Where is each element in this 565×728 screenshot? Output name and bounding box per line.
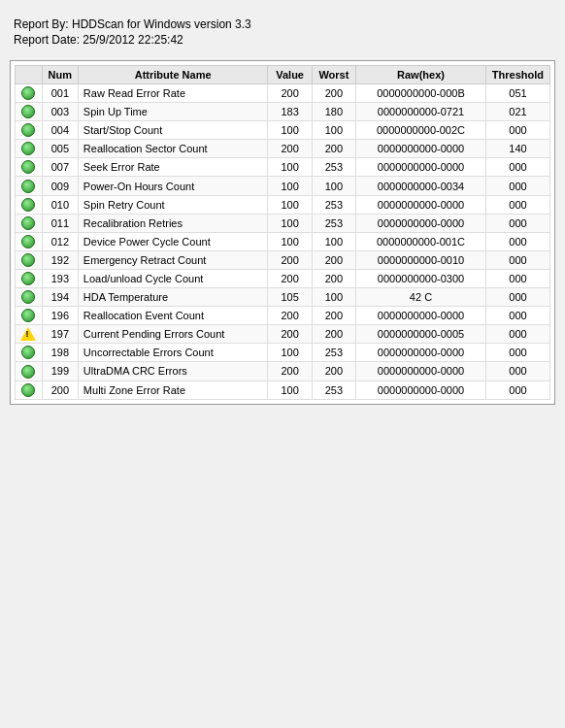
attr-name-cell: Spin Retry Count xyxy=(78,195,268,214)
attr-name-cell: Raw Read Error Rate xyxy=(78,84,268,103)
num-cell: 199 xyxy=(42,362,78,381)
value-cell: 100 xyxy=(268,177,312,195)
worst-cell: 200 xyxy=(312,140,355,158)
num-cell: 010 xyxy=(42,195,78,214)
status-green-icon xyxy=(21,235,35,248)
threshold-cell: 000 xyxy=(485,381,549,399)
threshold-cell: 000 xyxy=(485,288,549,307)
status-green-icon xyxy=(21,253,35,267)
status-green-icon xyxy=(21,383,35,397)
status-cell xyxy=(16,84,43,103)
worst-cell: 200 xyxy=(312,362,355,381)
raw-cell: 0000000000-0000 xyxy=(356,158,486,177)
raw-cell: 0000000000-002C xyxy=(356,121,486,140)
raw-cell: 0000000000-0000 xyxy=(356,214,486,232)
status-green-icon xyxy=(21,86,35,100)
threshold-cell: 021 xyxy=(485,103,549,121)
status-green-icon xyxy=(21,216,35,230)
col-header-num: Num xyxy=(42,66,78,84)
col-header-threshold: Threshold xyxy=(485,66,549,84)
num-cell: 196 xyxy=(42,307,78,325)
value-cell: 200 xyxy=(268,362,312,381)
threshold-cell: 000 xyxy=(485,250,549,269)
table-row: 009Power-On Hours Count1001000000000000-… xyxy=(16,177,550,195)
smart-table-container: Num Attribute Name Value Worst Raw(hex) … xyxy=(10,60,555,405)
value-cell: 100 xyxy=(268,158,312,177)
raw-cell: 0000000000-0000 xyxy=(356,307,486,325)
value-cell: 200 xyxy=(268,325,312,344)
status-cell xyxy=(16,214,43,232)
num-cell: 003 xyxy=(42,103,78,121)
status-cell xyxy=(16,325,43,344)
col-header-status xyxy=(16,66,43,84)
status-cell xyxy=(16,344,43,362)
num-cell: 004 xyxy=(42,121,78,140)
status-green-icon xyxy=(21,142,35,155)
attr-name-cell: Multi Zone Error Rate xyxy=(78,381,268,399)
attr-name-cell: Seek Error Rate xyxy=(78,158,268,177)
raw-cell: 0000000000-001C xyxy=(356,232,486,250)
raw-cell: 0000000000-0034 xyxy=(356,177,486,195)
table-row: 197Current Pending Errors Count200200000… xyxy=(16,325,550,344)
value-cell: 200 xyxy=(268,307,312,325)
num-cell: 192 xyxy=(42,250,78,269)
raw-cell: 0000000000-0000 xyxy=(356,362,486,381)
num-cell: 200 xyxy=(42,381,78,399)
report-header: Report By: HDDScan for Windows version 3… xyxy=(10,10,555,60)
value-cell: 183 xyxy=(268,103,312,121)
table-row: 199UltraDMA CRC Errors2002000000000000-0… xyxy=(16,362,550,381)
status-cell xyxy=(16,288,43,307)
worst-cell: 200 xyxy=(312,269,355,287)
num-cell: 198 xyxy=(42,344,78,362)
threshold-cell: 000 xyxy=(485,362,549,381)
status-green-icon xyxy=(21,180,35,193)
status-green-icon xyxy=(21,272,35,285)
attr-name-cell: Device Power Cycle Count xyxy=(78,232,268,250)
status-green-icon xyxy=(21,290,35,304)
threshold-cell: 000 xyxy=(485,269,549,287)
value-cell: 100 xyxy=(268,344,312,362)
worst-cell: 200 xyxy=(312,84,355,103)
status-cell xyxy=(16,158,43,177)
worst-cell: 200 xyxy=(312,307,355,325)
value-cell: 100 xyxy=(268,195,312,214)
attr-name-cell: Reallocation Event Count xyxy=(78,307,268,325)
threshold-cell: 000 xyxy=(485,325,549,344)
raw-cell: 42 C xyxy=(356,288,486,307)
status-cell xyxy=(16,269,43,287)
status-green-icon xyxy=(21,198,35,212)
value-cell: 100 xyxy=(268,214,312,232)
status-cell xyxy=(16,177,43,195)
attr-name-cell: Emergency Retract Count xyxy=(78,250,268,269)
smart-table: Num Attribute Name Value Worst Raw(hex) … xyxy=(15,65,550,400)
value-cell: 105 xyxy=(268,288,312,307)
value-cell: 200 xyxy=(268,269,312,287)
col-header-worst: Worst xyxy=(312,66,355,84)
worst-cell: 200 xyxy=(312,325,355,344)
table-row: 011Recalibration Retries1002530000000000… xyxy=(16,214,550,232)
status-cell xyxy=(16,381,43,399)
num-cell: 193 xyxy=(42,269,78,287)
raw-cell: 0000000000-0005 xyxy=(356,325,486,344)
num-cell: 007 xyxy=(42,158,78,177)
status-warning-icon xyxy=(20,327,36,341)
report-date-line: Report Date: 25/9/2012 22:25:42 xyxy=(14,33,551,47)
num-cell: 001 xyxy=(42,84,78,103)
worst-cell: 253 xyxy=(312,381,355,399)
threshold-cell: 000 xyxy=(485,344,549,362)
worst-cell: 253 xyxy=(312,158,355,177)
num-cell: 005 xyxy=(42,140,78,158)
status-cell xyxy=(16,103,43,121)
worst-cell: 100 xyxy=(312,288,355,307)
status-green-icon xyxy=(21,160,35,174)
raw-cell: 0000000000-0000 xyxy=(356,344,486,362)
table-row: 198Uncorrectable Errors Count10025300000… xyxy=(16,344,550,362)
report-by-line: Report By: HDDScan for Windows version 3… xyxy=(14,17,551,31)
attr-name-cell: Spin Up Time xyxy=(78,103,268,121)
threshold-cell: 000 xyxy=(485,121,549,140)
status-cell xyxy=(16,307,43,325)
value-cell: 200 xyxy=(268,250,312,269)
threshold-cell: 000 xyxy=(485,232,549,250)
threshold-cell: 000 xyxy=(485,307,549,325)
num-cell: 194 xyxy=(42,288,78,307)
